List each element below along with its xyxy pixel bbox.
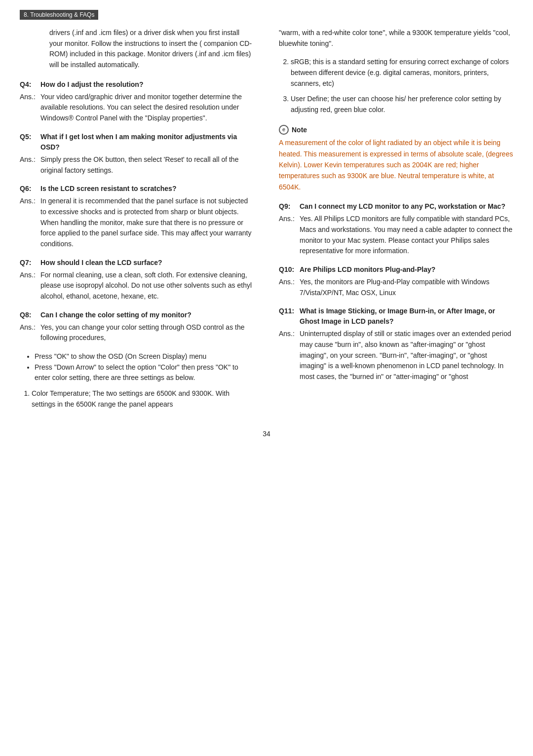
note-text: A measurement of the color of light radi…: [279, 137, 513, 192]
note-label: Note: [292, 124, 307, 135]
q11-ans-text: Uninterrupted display of still or static…: [300, 329, 513, 382]
numbered-list-right: sRGB; this is a standard setting for ens…: [291, 57, 513, 115]
q9-text: Can I connect my LCD monitor to any PC, …: [300, 201, 505, 212]
q11-label: Q11:: [279, 306, 297, 327]
numbered-list: Color Temperature; The two settings are …: [32, 388, 254, 410]
q10-ans-label: Ans.:: [279, 277, 297, 298]
qa-q9: Q9: Can I connect my LCD monitor to any …: [279, 201, 513, 257]
qa-q7: Q7: How should I clean the LCD surface? …: [20, 258, 254, 302]
q10-text: Are Philips LCD monitors Plug-and-Play?: [300, 265, 435, 275]
qa-q4: Q4: How do I adjust the resolution? Ans.…: [20, 79, 254, 124]
q8-ans-text: Yes, you can change your color setting t…: [40, 322, 254, 343]
q4-text: How do I adjust the resolution?: [40, 79, 143, 90]
q5-text: What if I get lost when I am making moni…: [40, 132, 254, 152]
list-item: Press "OK" to show the OSD (On Screen Di…: [35, 351, 254, 362]
q7-ans-label: Ans.:: [20, 270, 38, 302]
q7-label: Q7:: [20, 258, 38, 268]
q5-ans-label: Ans.:: [20, 154, 38, 176]
q10-ans-text: Yes, the monitors are Plug-and-Play comp…: [300, 277, 513, 298]
list-item: User Define; the user can choose his/ he…: [291, 94, 513, 115]
qa-q6: Q6: Is the LCD screen resistant to scrat…: [20, 184, 254, 249]
section-header: 8. Troubleshooting & FAQs: [20, 10, 98, 20]
q5-label: Q5:: [20, 132, 38, 152]
note-icon: e: [279, 125, 289, 135]
q4-label: Q4:: [20, 79, 38, 90]
q4-ans-text: Your video card/graphic driver and monit…: [40, 92, 254, 124]
q8-label: Q8:: [20, 310, 38, 320]
q4-ans-label: Ans.:: [20, 92, 38, 124]
q6-ans-label: Ans.:: [20, 196, 38, 249]
q9-ans-text: Yes. All Philips LCD monitors are fully …: [300, 214, 513, 257]
q9-ans-label: Ans.:: [279, 214, 297, 257]
note-box: e Note A measurement of the color of lig…: [279, 124, 513, 192]
q7-text: How should I clean the LCD surface?: [40, 258, 162, 268]
qa-q8: Q8: Can I change the color setting of my…: [20, 310, 254, 343]
q11-text: What is Image Sticking, or Image Burn-in…: [300, 306, 513, 327]
right-top-text: "warm, with a red-white color tone", whi…: [279, 28, 513, 49]
q5-ans-text: Simply press the OK button, then select …: [40, 154, 254, 176]
q6-label: Q6:: [20, 184, 38, 194]
q8-text: Can I change the color setting of my mon…: [40, 310, 191, 320]
q7-ans-text: For normal cleaning, use a clean, soft c…: [40, 270, 254, 302]
qa-q11: Q11: What is Image Sticking, or Image Bu…: [279, 306, 513, 382]
page-number: 34: [20, 430, 513, 438]
qa-q5: Q5: What if I get lost when I am making …: [20, 132, 254, 176]
intro-text: drivers (.inf and .icm files) or a drive…: [20, 28, 254, 71]
q9-label: Q9:: [279, 201, 297, 212]
bullet-list: Press "OK" to show the OSD (On Screen Di…: [35, 351, 254, 383]
qa-q10: Q10: Are Philips LCD monitors Plug-and-P…: [279, 265, 513, 298]
list-item: Color Temperature; The two settings are …: [32, 388, 254, 410]
q6-ans-text: In general it is recommended that the pa…: [40, 196, 254, 249]
q6-text: Is the LCD screen resistant to scratches…: [40, 184, 176, 194]
list-item: sRGB; this is a standard setting for ens…: [291, 57, 513, 89]
q8-ans-label: Ans.:: [20, 322, 38, 343]
list-item: Press "Down Arrow" to select the option …: [35, 362, 254, 383]
q10-label: Q10:: [279, 265, 297, 275]
q11-ans-label: Ans.:: [279, 329, 297, 382]
